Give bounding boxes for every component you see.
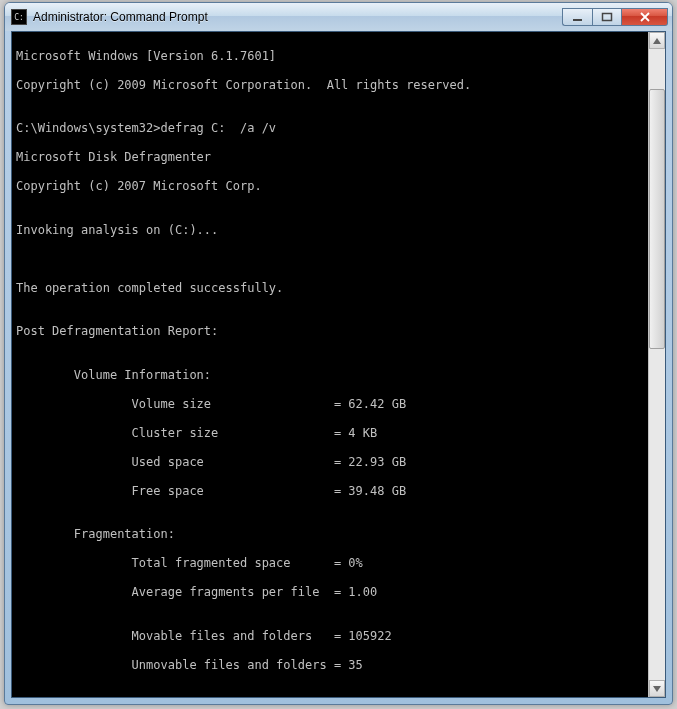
maximize-button[interactable]	[592, 8, 622, 26]
output-line: Free space = 39.48 GB	[16, 484, 644, 499]
minimize-button[interactable]	[562, 8, 592, 26]
output-line: Post Defragmentation Report:	[16, 324, 644, 339]
scroll-down-button[interactable]	[649, 680, 665, 697]
svg-rect-0	[573, 19, 582, 21]
window-title: Administrator: Command Prompt	[33, 10, 562, 24]
scroll-thumb[interactable]	[649, 89, 665, 349]
output-line: Fragmentation:	[16, 527, 644, 542]
window-controls	[562, 8, 668, 26]
terminal-output[interactable]: Microsoft Windows [Version 6.1.7601] Cop…	[12, 32, 648, 697]
output-line: Microsoft Windows [Version 6.1.7601]	[16, 49, 644, 64]
command-prompt-window: C: Administrator: Command Prompt Microso…	[4, 2, 673, 705]
output-line: Used space = 22.93 GB	[16, 455, 644, 470]
output-line: Volume size = 62.42 GB	[16, 397, 644, 412]
output-line: Cluster size = 4 KB	[16, 426, 644, 441]
output-line: Copyright (c) 2007 Microsoft Corp.	[16, 179, 644, 194]
scroll-track[interactable]	[649, 49, 665, 680]
cmd-icon: C:	[11, 9, 27, 25]
output-line: Invoking analysis on (C:)...	[16, 223, 644, 238]
client-area: Microsoft Windows [Version 6.1.7601] Cop…	[11, 31, 666, 698]
output-line: Unmovable files and folders = 35	[16, 658, 644, 673]
scroll-up-button[interactable]	[649, 32, 665, 49]
output-line: Volume Information:	[16, 368, 644, 383]
output-line: Copyright (c) 2009 Microsoft Corporation…	[16, 78, 644, 93]
titlebar[interactable]: C: Administrator: Command Prompt	[5, 3, 672, 31]
output-line: Total fragmented space = 0%	[16, 556, 644, 571]
output-line: Microsoft Disk Defragmenter	[16, 150, 644, 165]
output-line: Average fragments per file = 1.00	[16, 585, 644, 600]
vertical-scrollbar[interactable]	[648, 32, 665, 697]
output-line: C:\Windows\system32>defrag C: /a /v	[16, 121, 644, 136]
output-line: Movable files and folders = 105922	[16, 629, 644, 644]
svg-rect-1	[603, 14, 612, 21]
output-line: The operation completed successfully.	[16, 281, 644, 296]
close-button[interactable]	[622, 8, 668, 26]
